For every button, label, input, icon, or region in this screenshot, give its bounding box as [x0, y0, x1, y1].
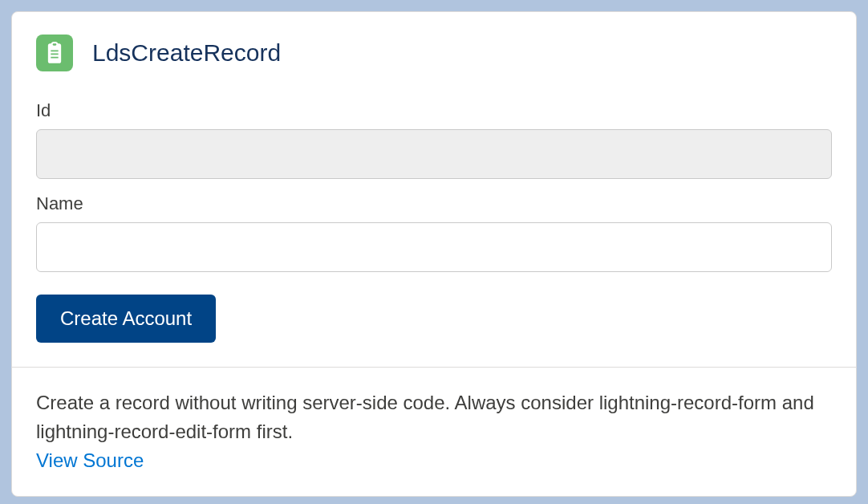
card-body: LdsCreateRecord Id Name Create Account	[12, 12, 856, 367]
card-header: LdsCreateRecord	[36, 35, 832, 71]
name-label: Name	[36, 193, 832, 214]
id-label: Id	[36, 100, 832, 121]
footer-description: Create a record without writing server-s…	[36, 388, 832, 446]
view-source-link[interactable]: View Source	[36, 449, 144, 471]
page-title: LdsCreateRecord	[92, 39, 281, 67]
card-footer: Create a record without writing server-s…	[12, 367, 856, 496]
id-field-group: Id	[36, 100, 832, 179]
card: LdsCreateRecord Id Name Create Account C…	[11, 11, 857, 497]
clipboard-icon	[36, 35, 73, 71]
create-account-button[interactable]: Create Account	[36, 295, 216, 343]
name-field-group: Name	[36, 193, 832, 272]
name-input[interactable]	[36, 222, 832, 272]
id-input	[36, 129, 832, 179]
